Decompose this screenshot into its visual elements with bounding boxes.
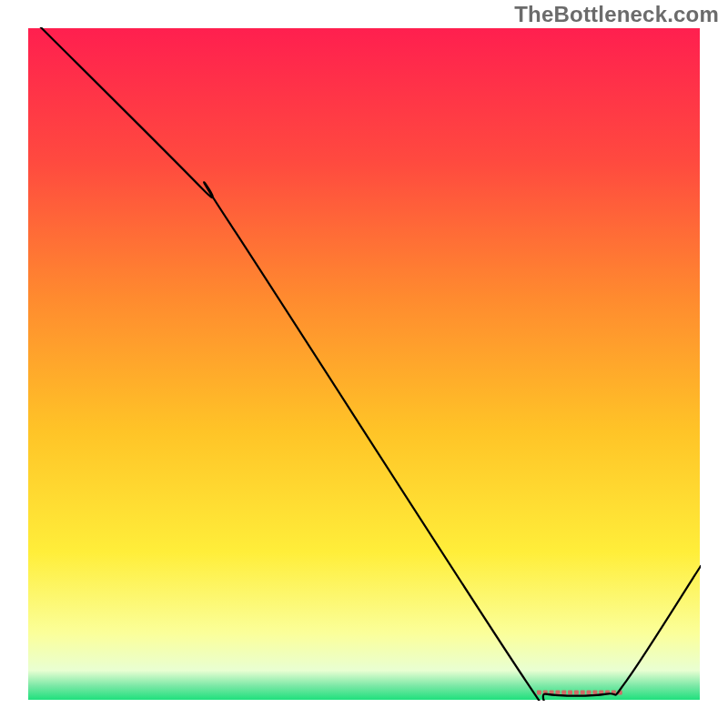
svg-rect-8 bbox=[587, 691, 592, 695]
chart-container: TheBottleneck.com bbox=[0, 0, 728, 728]
svg-rect-4 bbox=[561, 691, 566, 695]
chart-svg bbox=[27, 27, 701, 701]
svg-rect-7 bbox=[581, 691, 585, 695]
svg-rect-5 bbox=[568, 691, 572, 695]
watermark-text: TheBottleneck.com bbox=[514, 2, 719, 27]
svg-rect-0 bbox=[537, 691, 541, 695]
gradient-bg bbox=[27, 27, 701, 701]
svg-rect-6 bbox=[574, 691, 579, 695]
plot-area bbox=[27, 27, 701, 701]
